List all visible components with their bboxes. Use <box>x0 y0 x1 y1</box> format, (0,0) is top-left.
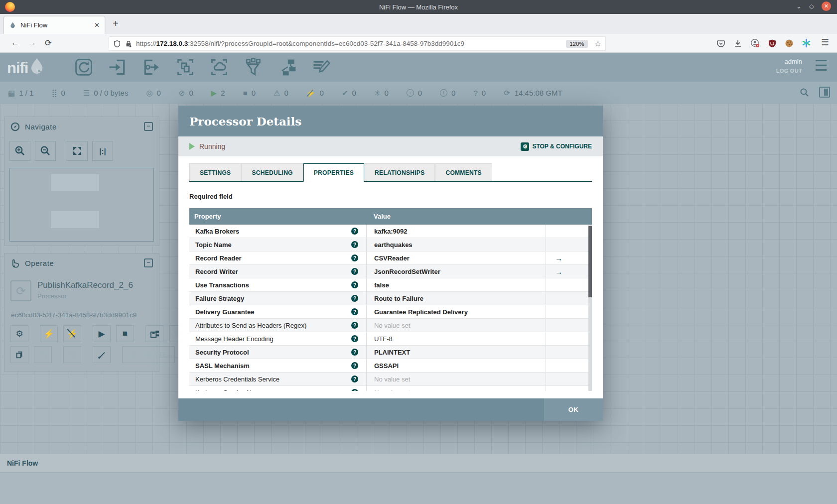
window-minimize-icon[interactable]: ⌄ <box>796 2 802 10</box>
help-icon[interactable]: ? <box>351 281 358 288</box>
disable-button[interactable]: ⚡ <box>63 325 81 342</box>
zoom-fit-button[interactable] <box>67 141 88 161</box>
extension-asterisk-icon[interactable] <box>802 38 811 48</box>
property-value[interactable]: kafka:9092 <box>374 228 408 235</box>
property-value[interactable]: PLAINTEXT <box>374 349 410 356</box>
breadcrumb[interactable]: NiFi Flow <box>0 454 837 472</box>
reload-icon[interactable]: ⟳ <box>45 38 52 48</box>
cookie-icon[interactable] <box>785 39 794 48</box>
tab-settings[interactable]: SETTINGS <box>189 163 241 181</box>
go-to-service-icon[interactable]: → <box>555 267 562 276</box>
tab-scheduling[interactable]: SCHEDULING <box>241 163 303 181</box>
tab-properties[interactable]: PROPERTIES <box>303 163 364 182</box>
help-icon[interactable]: ? <box>351 322 358 329</box>
create-template-button[interactable] <box>145 325 163 342</box>
property-value[interactable]: No value set <box>374 389 410 391</box>
property-row[interactable]: Delivery Guarantee?Guarantee Replicated … <box>189 305 592 319</box>
processor-icon[interactable] <box>73 56 95 78</box>
logout-link[interactable]: LOG OUT <box>776 68 802 74</box>
pocket-icon[interactable] <box>716 39 725 48</box>
enable-button[interactable]: ⚡ <box>40 325 58 342</box>
property-value[interactable]: No value set <box>374 322 410 329</box>
help-icon[interactable]: ? <box>351 241 358 248</box>
help-icon[interactable]: ? <box>351 389 358 391</box>
help-icon[interactable]: ? <box>351 349 358 356</box>
property-row[interactable]: Kerberos Credentials Service?No value se… <box>189 373 592 386</box>
help-icon[interactable]: ? <box>351 335 358 342</box>
zoom-out-button[interactable] <box>35 141 56 161</box>
help-icon[interactable]: ? <box>351 308 358 315</box>
ok-button[interactable]: OK <box>544 398 603 421</box>
back-icon[interactable]: ← <box>11 38 19 48</box>
property-row[interactable]: Topic Name?earthquakes <box>189 238 592 252</box>
global-menu-icon[interactable]: ☰ <box>815 57 828 74</box>
paste-button[interactable] <box>34 346 52 363</box>
property-value[interactable]: CSVReader <box>374 254 410 262</box>
forward-icon[interactable]: → <box>28 38 36 48</box>
tab-comments[interactable]: COMMENTS <box>435 163 492 181</box>
property-row[interactable]: Message Header Encoding?UTF-8 <box>189 332 592 346</box>
property-value[interactable]: No value set <box>374 376 410 383</box>
new-tab-button[interactable]: + <box>110 18 122 29</box>
template-icon[interactable] <box>276 56 298 78</box>
collapse-navigate-icon[interactable]: − <box>144 122 153 131</box>
property-value[interactable]: Guarantee Replicated Delivery <box>374 308 468 316</box>
property-row[interactable]: Record Reader?CSVReader→ <box>189 252 592 265</box>
zoom-actual-button[interactable]: |:| <box>92 141 113 161</box>
process-group-icon[interactable] <box>174 56 196 78</box>
property-row[interactable]: Security Protocol?PLAINTEXT <box>189 346 592 359</box>
delete-button[interactable]: DELETE <box>122 346 175 363</box>
configure-button[interactable]: ⚙ <box>10 325 28 342</box>
window-close-icon[interactable]: ✕ <box>822 1 831 11</box>
ublock-icon[interactable] <box>768 39 777 48</box>
search-icon[interactable] <box>800 88 809 97</box>
property-value[interactable]: false <box>374 281 389 289</box>
url-bar[interactable]: https://172.18.0.3:32558/nifi/?processGr… <box>109 36 606 51</box>
help-icon[interactable]: ? <box>351 362 358 369</box>
funnel-icon[interactable] <box>242 56 264 78</box>
group-button[interactable] <box>63 346 81 363</box>
tracking-shield-icon[interactable] <box>113 40 121 48</box>
property-value[interactable]: JsonRecordSetWriter <box>374 268 440 275</box>
tab-close-icon[interactable]: ✕ <box>94 21 100 29</box>
zoom-in-button[interactable] <box>9 141 30 161</box>
stop-and-configure-button[interactable]: ⚙ STOP & CONFIGURE <box>521 142 592 151</box>
help-icon[interactable]: ? <box>351 268 358 275</box>
refresh-icon[interactable]: ⟳ <box>504 89 510 97</box>
copy-button[interactable] <box>10 346 28 363</box>
help-icon[interactable]: ? <box>351 295 358 302</box>
nifi-logo[interactable]: nifi <box>7 57 45 77</box>
table-scrollbar-thumb[interactable] <box>588 226 592 297</box>
property-row[interactable]: Failure Strategy?Route to Failure <box>189 292 592 305</box>
help-icon[interactable]: ? <box>351 254 358 261</box>
url-text[interactable]: https://172.18.0.3:32558/nifi/?processGr… <box>136 40 464 47</box>
lock-warning-icon[interactable] <box>125 40 133 48</box>
table-scrollbar[interactable] <box>588 225 592 391</box>
birdseye-minimap[interactable] <box>9 168 154 242</box>
property-row[interactable]: Use Transactions?false <box>189 278 592 292</box>
help-icon[interactable]: ? <box>351 376 358 382</box>
tab-relationships[interactable]: RELATIONSHIPS <box>364 163 435 181</box>
property-row[interactable]: SASL Mechanism?GSSAPI <box>189 359 592 373</box>
browser-menu-icon[interactable]: ☰ <box>821 37 829 48</box>
window-maximize-icon[interactable]: ◇ <box>809 2 814 10</box>
bookmark-star-icon[interactable]: ☆ <box>595 39 601 48</box>
property-value[interactable]: earthquakes <box>374 241 413 249</box>
property-value[interactable]: Route to Failure <box>374 295 423 302</box>
help-icon[interactable]: ? <box>351 228 358 235</box>
stop-button[interactable]: ■ <box>116 325 134 342</box>
property-row[interactable]: Record Writer?JsonRecordSetWriter→ <box>189 265 592 278</box>
output-port-icon[interactable] <box>140 56 162 78</box>
label-icon[interactable] <box>310 56 332 78</box>
color-button[interactable] <box>93 346 111 363</box>
go-to-service-icon[interactable]: → <box>555 254 562 262</box>
browser-tab[interactable]: NiFi Flow ✕ <box>4 16 105 34</box>
property-value[interactable]: UTF-8 <box>374 335 393 343</box>
property-row[interactable]: Attributes to Send as Headers (Regex)?No… <box>189 319 592 332</box>
property-row[interactable]: Kerberos Service Name?No value set <box>189 386 592 391</box>
collapse-operate-icon[interactable]: − <box>144 258 153 267</box>
status-history-panel-icon[interactable] <box>819 87 830 98</box>
page-zoom-badge[interactable]: 120% <box>566 40 587 48</box>
start-button[interactable]: ▶ <box>93 325 111 342</box>
remote-process-group-icon[interactable] <box>208 56 230 78</box>
